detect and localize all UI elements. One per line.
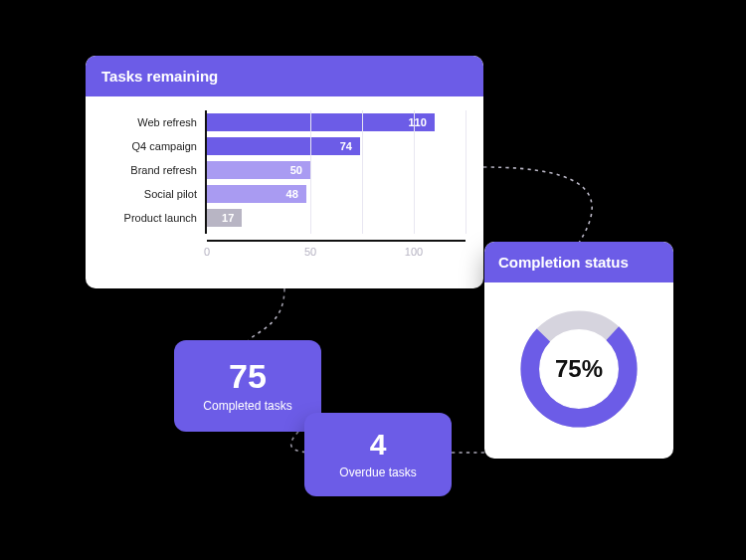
completion-status-card: Completion status 75% (484, 242, 673, 459)
bar-category-label: Social pilot (109, 182, 205, 206)
axis-tick-label: 50 (304, 246, 316, 258)
bar-category-label: Q4 campaign (109, 134, 205, 158)
bar-category-label: Web refresh (109, 110, 205, 134)
completed-tasks-value: 75 (229, 359, 267, 393)
bar-row: 48 (207, 182, 466, 206)
completion-status-title: Completion status (484, 242, 673, 282)
axis-tick-label: 100 (405, 246, 423, 258)
overdue-tasks-label: Overdue tasks (339, 466, 416, 479)
dashboard-canvas: Tasks remaining Web refreshQ4 campaignBr… (0, 0, 746, 560)
tasks-remaining-card: Tasks remaining Web refreshQ4 campaignBr… (86, 56, 483, 288)
overdue-tasks-tile: 4 Overdue tasks (304, 413, 452, 496)
completed-tasks-label: Completed tasks (203, 399, 291, 413)
bar-row: 50 (207, 158, 466, 182)
bar-category-label: Product launch (109, 206, 205, 230)
bar-chart: Web refreshQ4 campaignBrand refreshSocia… (86, 96, 483, 270)
bar-category-label: Brand refresh (109, 158, 205, 182)
completed-tasks-tile: 75 Completed tasks (174, 340, 321, 432)
bar: 74 (207, 137, 360, 155)
overdue-tasks-value: 4 (370, 430, 387, 460)
bar: 48 (207, 185, 306, 203)
bar-row: 74 (207, 134, 466, 158)
axis-tick-label: 0 (204, 246, 210, 258)
bar: 50 (207, 161, 310, 179)
donut-percent-label: 75% (555, 355, 603, 383)
bar: 17 (207, 209, 242, 227)
tasks-remaining-title: Tasks remaining (86, 56, 483, 96)
bar-plot-area: 11074504817 (205, 110, 466, 234)
bar-row: 110 (207, 110, 466, 134)
bar-category-labels: Web refreshQ4 campaignBrand refreshSocia… (109, 110, 205, 234)
bar-row: 17 (207, 206, 466, 230)
bar: 110 (207, 113, 435, 131)
bar-x-axis: 050100 (207, 240, 466, 260)
